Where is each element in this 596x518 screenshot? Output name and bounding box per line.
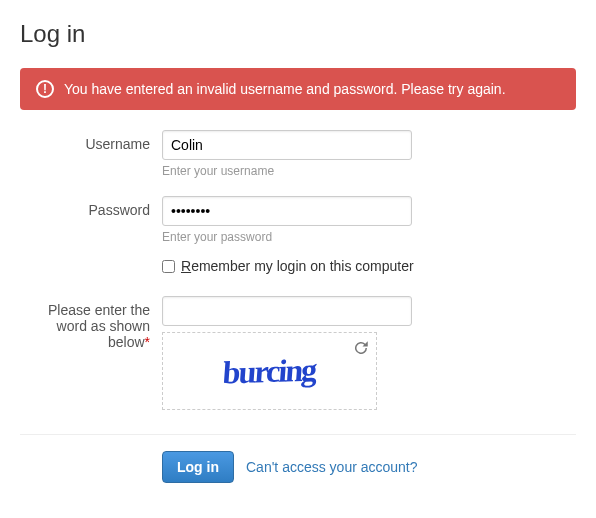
actions-row: Log in Can't access your account? <box>162 451 576 483</box>
required-mark: * <box>145 334 150 350</box>
username-field-wrap: Enter your username <box>162 130 576 192</box>
alert-message: You have entered an invalid username and… <box>64 81 506 97</box>
username-hint: Enter your username <box>162 164 576 178</box>
separator <box>20 434 576 435</box>
captcha-field-wrap: burcing <box>162 296 576 410</box>
refresh-icon[interactable] <box>352 339 370 357</box>
login-button[interactable]: Log in <box>162 451 234 483</box>
remember-row: Remember my login on this computer <box>162 258 576 274</box>
error-alert: ! You have entered an invalid username a… <box>20 68 576 110</box>
password-row: Password Enter your password Remember my… <box>20 196 576 292</box>
password-input[interactable] <box>162 196 412 226</box>
username-label: Username <box>20 130 162 152</box>
remember-label[interactable]: Remember my login on this computer <box>181 258 414 274</box>
password-hint: Enter your password <box>162 230 576 244</box>
alert-icon: ! <box>36 80 54 98</box>
captcha-input[interactable] <box>162 296 412 326</box>
captcha-row: Please enter the word as shown below* bu… <box>20 296 576 410</box>
captcha-word: burcing <box>222 351 317 391</box>
page-title: Log in <box>20 20 576 48</box>
password-label: Password <box>20 196 162 218</box>
username-row: Username Enter your username <box>20 130 576 192</box>
captcha-image: burcing <box>162 332 377 410</box>
remember-checkbox[interactable] <box>162 260 175 273</box>
captcha-label: Please enter the word as shown below* <box>20 296 162 350</box>
forgot-link[interactable]: Can't access your account? <box>246 459 418 475</box>
password-field-wrap: Enter your password Remember my login on… <box>162 196 576 292</box>
login-page: Log in ! You have entered an invalid use… <box>0 0 596 503</box>
username-input[interactable] <box>162 130 412 160</box>
